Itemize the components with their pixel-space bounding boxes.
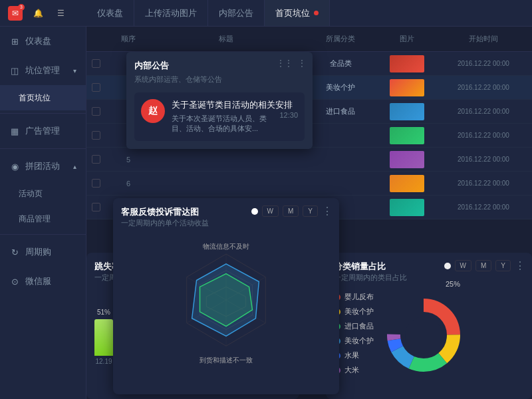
row-checkbox-1[interactable]	[92, 59, 100, 68]
bell-icon[interactable]: 🔔	[31, 6, 45, 21]
main-layout: ⊞ 仪表盘 ◫ 坑位管理 ▾ 首页坑位 ▦ 广告管理 ◉ 拼团活动 ▴ 活动页 …	[0, 27, 532, 399]
radar-sub: 一定周期内的单个活动收益	[121, 218, 331, 228]
bar	[94, 319, 113, 356]
tab-notice[interactable]: 内部公告	[208, 0, 265, 26]
row-time-6: 2016.12.22 00:00	[440, 180, 527, 187]
grid-icon[interactable]: ⋮⋮	[277, 59, 293, 68]
row-cat-2: 美妆个护	[307, 82, 374, 92]
notif-content: 关于圣诞节类目活动的相关安排 12:30 关于本次圣诞节活动人员、类目、活动、合…	[172, 99, 298, 134]
donut-btn-m[interactable]: M	[475, 260, 491, 271]
donut-controls: W M Y ⋮	[444, 259, 525, 272]
row-time-3: 2016.12.22 00:00	[440, 108, 527, 115]
tab-dashboard[interactable]: 仪表盘	[86, 0, 134, 26]
row-checkbox-6[interactable]	[92, 179, 100, 188]
th-img: 图片	[374, 34, 440, 44]
table-row: 6 2016.12.22 00:00	[86, 172, 532, 196]
row-img-2	[374, 79, 440, 96]
radar-btn-w[interactable]: W	[262, 205, 279, 217]
donut-more-icon[interactable]: ⋮	[515, 259, 525, 272]
legend-item: 水果	[334, 350, 374, 360]
sidebar-item-activity[interactable]: 活动页	[0, 181, 86, 206]
row-seq-5: 5	[112, 156, 145, 164]
row-img-4	[374, 127, 440, 144]
notification-panel: 内部公告 系统内部运营、仓储等公告 ⋮⋮ ⋮ 赵 关于圣诞节类目活动的相关安排 …	[126, 52, 313, 149]
tab-upload[interactable]: 上传活动图片	[134, 0, 208, 26]
sidebar-item-goods[interactable]: 商品管理	[0, 206, 86, 231]
donut-chart	[380, 292, 467, 378]
sidebar-separator-3	[0, 234, 86, 235]
sidebar-item-wechat[interactable]: ⊙ 微信服	[0, 267, 86, 296]
th-title: 标题	[145, 34, 307, 44]
group-icon: ◉	[9, 162, 20, 172]
legend-label: 水果	[344, 350, 359, 360]
legend-label: 美妆个护	[344, 307, 374, 317]
legend-label: 大米	[344, 365, 359, 375]
sidebar-item-group-buy[interactable]: ◉ 拼团活动 ▴	[0, 152, 86, 181]
cycle-icon: ↻	[9, 247, 20, 257]
ad-icon: ▦	[9, 126, 20, 136]
donut-sub: 一定周期内的类目占比	[334, 273, 524, 283]
sidebar-item-cycle[interactable]: ↻ 周期购	[0, 237, 86, 267]
row-cat-3: 进口食品	[307, 106, 374, 116]
notif-msg-time: 12:30	[279, 111, 298, 119]
arrow-down-icon: ▾	[73, 67, 76, 74]
topbar: ✉ 3 🔔 ☰ 仪表盘 上传活动图片 内部公告 首页坑位	[0, 0, 532, 27]
row-checkbox-2[interactable]	[92, 83, 100, 92]
doc-icon[interactable]: ☰	[53, 6, 68, 21]
radar-dot-white[interactable]	[251, 208, 258, 215]
notif-icons: ⋮⋮ ⋮	[277, 59, 306, 68]
th-cat: 所属分类	[307, 34, 374, 44]
radar-chart: 物流信息不及时 到货和描述不一致	[121, 233, 331, 380]
row-time-5: 2016.12.22 00:00	[440, 156, 527, 163]
legend-item: 大米	[334, 365, 374, 375]
donut-widget: 分类销量占比 一定周期内的类目占比 W M Y ⋮ 婴儿反布 美妆个护 进口食品…	[326, 253, 532, 399]
sidebar-separator-2	[0, 148, 86, 149]
sidebar-item-ad-manage[interactable]: ▦ 广告管理	[0, 116, 86, 146]
sidebar: ⊞ 仪表盘 ◫ 坑位管理 ▾ 首页坑位 ▦ 广告管理 ◉ 拼团活动 ▴ 活动页 …	[0, 27, 86, 399]
more-icon[interactable]: ⋮	[298, 59, 306, 68]
donut-btn-y[interactable]: Y	[495, 260, 511, 271]
row-img-3	[374, 103, 440, 120]
topbar-icons: ✉ 3 🔔 ☰	[0, 6, 86, 21]
sidebar-item-dashboard[interactable]: ⊞ 仪表盘	[0, 27, 86, 56]
legend-item: 婴儿反布	[334, 292, 374, 302]
th-seq: 顺序	[112, 34, 145, 44]
radar-btn-m[interactable]: M	[283, 205, 299, 217]
row-time-2: 2016.12.22 00:00	[440, 84, 527, 91]
svg-point-16	[405, 317, 442, 354]
row-time-7: 2016.12.22 00:00	[440, 203, 527, 211]
donut-percent: 25%	[446, 280, 460, 288]
donut-chart-wrap: 25%	[380, 292, 467, 380]
row-img-1	[374, 55, 440, 72]
bar-label: 12.19	[95, 358, 112, 365]
donut-inner: 婴儿反布 美妆个护 进口食品 美妆个护 水果 大米	[334, 292, 524, 380]
row-checkbox-4[interactable]	[92, 131, 100, 140]
donut-btn-w[interactable]: W	[455, 260, 471, 271]
svg-text:物流信息不及时: 物流信息不及时	[203, 243, 249, 250]
sidebar-item-pit-manage[interactable]: ◫ 坑位管理 ▾	[0, 56, 86, 85]
row-img-7	[374, 199, 440, 216]
radar-btn-y[interactable]: Y	[303, 205, 318, 217]
radar-more-icon[interactable]: ⋮	[322, 205, 332, 217]
sidebar-separator	[0, 113, 86, 114]
legend-item: 进口食品	[334, 321, 374, 331]
th-time: 开始时间	[440, 34, 527, 44]
bar-value: 51%	[97, 309, 110, 316]
svg-text:到货和描述不一致: 到货和描述不一致	[200, 356, 253, 364]
row-seq-6: 6	[112, 180, 145, 188]
legend-label: 婴儿反布	[344, 292, 374, 302]
notif-msg-header: 关于圣诞节类目活动的相关安排 12:30	[172, 99, 298, 111]
row-checkbox-5[interactable]	[92, 155, 100, 164]
sidebar-item-home-pit[interactable]: 首页坑位	[0, 85, 86, 110]
row-img-6	[374, 175, 440, 192]
radar-controls: W M Y ⋮	[251, 205, 332, 217]
row-checkbox-3[interactable]	[92, 107, 100, 116]
tab-home-pit[interactable]: 首页坑位	[265, 0, 330, 26]
notif-sub: 系统内部运营、仓储等公告	[134, 74, 305, 84]
row-img-5	[374, 151, 440, 168]
donut-dot[interactable]	[444, 263, 451, 269]
mail-icon[interactable]: ✉ 3	[8, 6, 23, 21]
row-checkbox-7[interactable]	[92, 203, 100, 211]
notif-item: 赵 关于圣诞节类目活动的相关安排 12:30 关于本次圣诞节活动人员、类目、活动…	[134, 92, 305, 141]
mail-badge: 3	[18, 4, 25, 11]
